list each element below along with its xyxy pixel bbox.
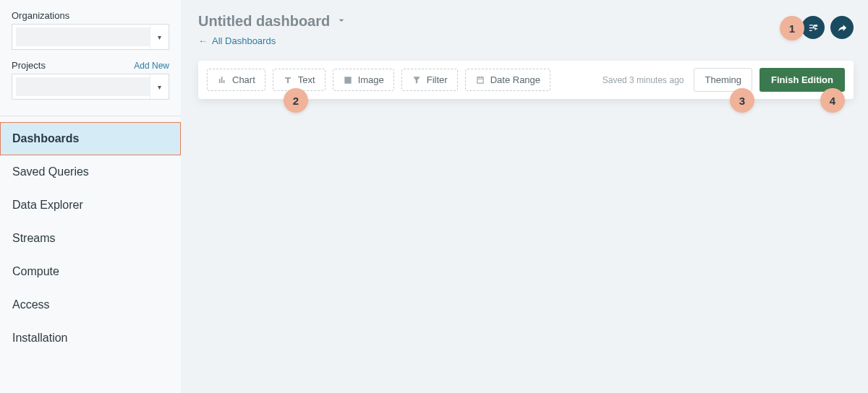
add-filter-button[interactable]: Filter (401, 69, 458, 91)
text-icon (283, 75, 293, 85)
organizations-dropdown[interactable]: ▾ (12, 24, 169, 50)
image-icon (343, 75, 353, 85)
sidebar-nav: Dashboards Saved Queries Data Explorer S… (0, 116, 181, 355)
editor-toolbar: Chart Text Image Filter Date Range Saved… (198, 61, 854, 99)
theming-button[interactable]: Theming (694, 68, 752, 92)
filter-icon (412, 75, 422, 85)
chart-icon (217, 75, 227, 85)
add-new-link[interactable]: Add New (134, 61, 169, 71)
chevron-down-icon[interactable] (336, 14, 347, 28)
sidebar: Organizations ▾ Projects Add New ▾ Dashb… (0, 0, 181, 393)
sidebar-item-compute[interactable]: Compute (0, 255, 181, 288)
main-content: Untitled dashboard ← All Dashboards Char… (181, 0, 868, 393)
add-date-range-button[interactable]: Date Range (465, 69, 550, 91)
sidebar-item-streams[interactable]: Streams (0, 222, 181, 255)
sidebar-item-data-explorer[interactable]: Data Explorer (0, 189, 181, 222)
calendar-icon (475, 75, 485, 85)
sidebar-item-dashboards[interactable]: Dashboards (0, 122, 181, 155)
share-button[interactable] (830, 16, 854, 39)
organizations-label: Organizations (12, 10, 69, 21)
settings-button[interactable] (801, 16, 825, 39)
saved-status: Saved 3 minutes ago (603, 75, 684, 85)
caret-down-icon: ▾ (150, 74, 169, 99)
add-image-button[interactable]: Image (333, 69, 394, 91)
sidebar-item-access[interactable]: Access (0, 288, 181, 321)
sidebar-item-installation[interactable]: Installation (0, 321, 181, 355)
share-icon (837, 22, 848, 33)
finish-edition-button[interactable]: Finish Edition (760, 68, 845, 92)
caret-down-icon: ▾ (150, 25, 169, 49)
sidebar-item-saved-queries[interactable]: Saved Queries (0, 155, 181, 189)
arrow-left-icon: ← (198, 35, 208, 46)
add-text-button[interactable]: Text (273, 69, 326, 91)
page-title[interactable]: Untitled dashboard (198, 13, 330, 30)
sliders-icon (808, 22, 819, 33)
breadcrumb-all-dashboards[interactable]: ← All Dashboards (198, 35, 854, 46)
projects-dropdown[interactable]: ▾ (12, 74, 169, 100)
add-chart-button[interactable]: Chart (207, 69, 265, 91)
projects-label: Projects (12, 60, 46, 71)
